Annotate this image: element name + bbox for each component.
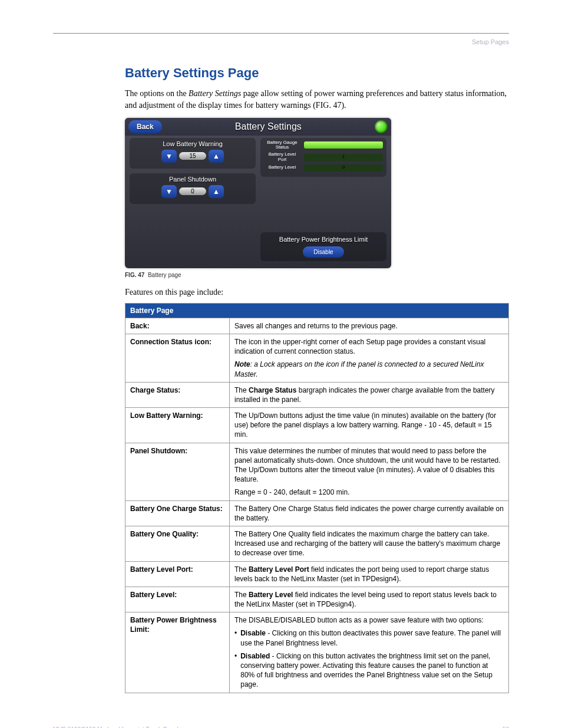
shutdown-label: Panel Shutdown [133,176,252,183]
table-row-label: Charge Status: [125,382,230,407]
table-row-label: Battery Level Port: [125,561,230,587]
intro-paragraph: The options on the Battery Settings page… [125,88,509,112]
table-row-label: Battery One Quality: [125,526,230,561]
low-battery-label: Low Battery Warning [133,140,252,147]
table-row-content: The Battery Level field indicates the le… [230,587,509,612]
gauge-status-label: Battery Gauge Status [264,140,300,151]
table-row-content: Saves all changes and returns to the pre… [230,318,509,334]
down-icon[interactable]: ▼ [161,185,177,198]
battery-settings-screenshot: Back Battery Settings Low Battery Warnin… [125,118,391,268]
table-row-content: The Battery One Charge Status field indi… [230,500,509,526]
table-row-label: Back: [125,318,230,334]
level-port-value: 1 [304,154,383,159]
down-icon[interactable]: ▼ [161,150,177,163]
table-row-content: The Up/Down buttons adjust the time valu… [230,408,509,443]
features-intro: Features on this page include: [125,288,509,297]
shutdown-stepper[interactable]: ▼ 0 ▲ [133,185,252,198]
battery-level-label: Battery Level [264,165,300,170]
footer-doc: MVP-5100/5150 Modero Viewpoint Touch Pan… [53,726,181,728]
table-row-content: The Charge Status bargraph indicates the… [230,382,509,407]
up-icon[interactable]: ▲ [209,185,224,198]
back-button[interactable]: Back [128,120,162,133]
table-row-label: Battery Power Brightness Limit: [125,612,230,693]
disable-button[interactable]: Disable [303,246,343,258]
table-row-content: This value determines the number of minu… [230,443,509,500]
table-row-content: The DISABLE/DISABLED button acts as a po… [230,612,509,693]
figure-caption: FIG. 47 Battery page [125,272,509,278]
table-row-label: Battery One Charge Status: [125,500,230,526]
level-port-label: Battery Level Port [264,152,300,163]
page-title: Battery Settings Page [125,65,509,81]
bpl-title: Battery Power Brightness Limit [264,236,383,243]
table-row-label: Battery Level: [125,587,230,612]
table-row-content: The icon in the upper-right corner of ea… [230,334,509,382]
connection-status-icon [375,120,388,133]
table-header: Battery Page [125,303,509,318]
shutdown-value: 0 [179,187,206,195]
battery-level-value: 0 [304,164,383,170]
table-row-content: The Battery One Quality field indicates … [230,526,509,561]
footer-page: 53 [503,726,509,728]
table-row-label: Low Battery Warning: [125,408,230,443]
low-battery-value: 15 [179,152,206,160]
table-row-label: Connection Status icon: [125,334,230,382]
panel-title: Battery Settings [166,121,371,132]
up-icon[interactable]: ▲ [209,150,224,163]
table-row-content: The Battery Level Port field indicates t… [230,561,509,587]
table-row-label: Panel Shutdown: [125,443,230,500]
header-section: Setup Pages [53,38,509,45]
features-table: Battery Page Back:Saves all changes and … [125,303,509,693]
low-battery-stepper[interactable]: ▼ 15 ▲ [133,150,252,163]
